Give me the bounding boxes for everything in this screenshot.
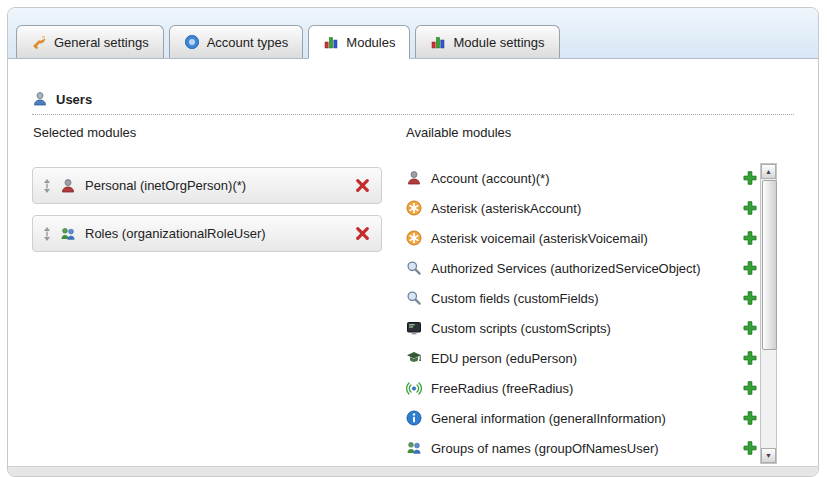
account-type-section-header: Users: [32, 91, 794, 115]
bar-chart-icon: [430, 34, 446, 50]
available-modules-heading: Available modules: [406, 125, 511, 140]
magnifier-icon: [406, 290, 422, 306]
add-module-button[interactable]: [742, 380, 758, 396]
badge-icon: [184, 34, 200, 50]
section-title-label: Users: [56, 92, 92, 107]
available-modules-scrollbar[interactable]: ▲ ▼: [760, 163, 777, 464]
tab-general-settings[interactable]: General settings: [16, 25, 164, 58]
available-module-row: EDU person (eduPerson): [406, 343, 758, 373]
available-module-row: Authorized Services (authorizedServiceOb…: [406, 253, 758, 283]
tab-module-settings[interactable]: Module settings: [415, 25, 559, 58]
module-label: EDU person (eduPerson): [431, 351, 577, 366]
person-icon: [60, 178, 76, 194]
tab-label: Account types: [207, 35, 289, 50]
available-module-row: Account (account)(*): [406, 163, 758, 193]
add-module-button[interactable]: [742, 320, 758, 336]
available-module-row: General information (generalInformation): [406, 403, 758, 433]
module-label: Roles (organizationalRoleUser): [85, 226, 266, 241]
add-module-button[interactable]: [742, 230, 758, 246]
module-label: General information (generalInformation): [431, 411, 666, 426]
add-module-button[interactable]: [742, 440, 758, 456]
group-icon: [60, 226, 76, 242]
tab-account-types[interactable]: Account types: [169, 25, 304, 58]
module-label: FreeRadius (freeRadius): [431, 381, 573, 396]
add-module-button[interactable]: [742, 200, 758, 216]
selected-modules-heading: Selected modules: [33, 125, 136, 140]
available-module-row: Asterisk voicemail (asteriskVoicemail): [406, 223, 758, 253]
remove-module-button[interactable]: [354, 225, 371, 242]
module-label: Groups of names (groupOfNamesUser): [431, 441, 659, 456]
available-module-row: Asterisk (asteriskAccount): [406, 193, 758, 223]
modules-tab-content: Users Selected modules Available modules…: [8, 58, 818, 467]
selected-module-row: Personal (inetOrgPerson)(*): [32, 167, 382, 204]
add-module-button[interactable]: [742, 290, 758, 306]
terminal-icon: [406, 320, 422, 336]
module-label: Custom scripts (customScripts): [431, 321, 611, 336]
info-icon: [406, 410, 422, 426]
drag-handle-icon[interactable]: [43, 179, 51, 193]
bar-chart-icon: [323, 34, 339, 50]
module-label: Custom fields (customFields): [431, 291, 599, 306]
available-module-row: Groups of names (groupOfNamesUser): [406, 433, 758, 463]
scroll-down-button[interactable]: ▼: [761, 448, 776, 463]
main-panel: General settings Account types Modules M…: [7, 7, 819, 477]
tab-label: General settings: [54, 35, 149, 50]
magnifier-icon: [406, 260, 422, 276]
module-label: Account (account)(*): [431, 171, 550, 186]
available-modules-list: Account (account)(*) Asterisk (asteriskA…: [406, 163, 758, 463]
tab-bar: General settings Account types Modules M…: [8, 8, 818, 58]
drag-handle-icon[interactable]: [43, 227, 51, 241]
module-label: Asterisk (asteriskAccount): [431, 201, 581, 216]
tab-label: Module settings: [453, 35, 544, 50]
group-icon: [406, 440, 422, 456]
selected-modules-list: Personal (inetOrgPerson)(*) Roles (organ…: [32, 167, 382, 263]
available-module-row: Custom scripts (customScripts): [406, 313, 758, 343]
wrench-icon: [31, 34, 47, 50]
add-module-button[interactable]: [742, 260, 758, 276]
remove-module-button[interactable]: [354, 177, 371, 194]
add-module-button[interactable]: [742, 350, 758, 366]
scroll-up-button[interactable]: ▲: [761, 164, 776, 179]
asterisk-icon: [406, 200, 422, 216]
add-module-button[interactable]: [742, 410, 758, 426]
available-module-row: FreeRadius (freeRadius): [406, 373, 758, 403]
scrollbar-thumb[interactable]: [762, 180, 777, 350]
module-label: Asterisk voicemail (asteriskVoicemail): [431, 231, 648, 246]
tab-modules[interactable]: Modules: [308, 25, 410, 59]
panel-footer: [8, 466, 818, 476]
selected-module-row: Roles (organizationalRoleUser): [32, 215, 382, 252]
users-icon: [32, 91, 48, 107]
person-icon: [406, 170, 422, 186]
asterisk-icon: [406, 230, 422, 246]
antenna-icon: [406, 380, 422, 396]
add-module-button[interactable]: [742, 170, 758, 186]
tab-label: Modules: [346, 35, 395, 50]
module-label: Authorized Services (authorizedServiceOb…: [431, 261, 701, 276]
module-label: Personal (inetOrgPerson)(*): [85, 178, 246, 193]
graduate-icon: [406, 350, 422, 366]
available-module-row: Custom fields (customFields): [406, 283, 758, 313]
